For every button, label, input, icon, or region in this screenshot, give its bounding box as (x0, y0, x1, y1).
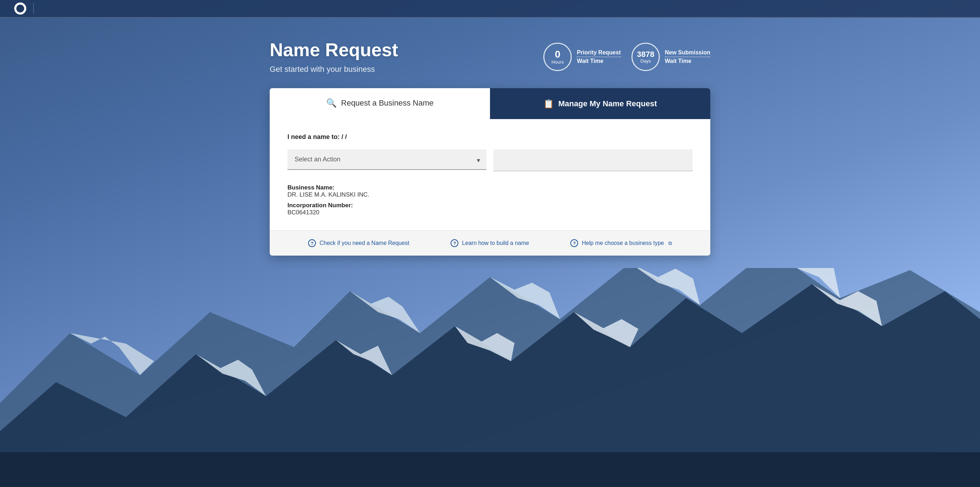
new-submission-label-title: New Submission (665, 49, 710, 57)
business-name-value: DR. LISE M.A. KALINSKI INC. (288, 191, 692, 198)
need-name-label: I need a name to: / / (288, 133, 692, 141)
page-subtitle: Get started with your business (270, 65, 398, 74)
tabs-row: 🔍 Request a Business Name 📋 Manage My Na… (270, 88, 710, 119)
new-submission-wait-number: 3878 (637, 51, 654, 58)
new-submission-wait-badge: 3878 Days New Submission Wait Time (632, 43, 710, 71)
incorporation-number-value: BC0641320 (288, 209, 692, 216)
external-link-icon: ⧉ (668, 240, 672, 246)
wait-time-badges: 0 Hours Priority Request Wait Time 3878 … (543, 39, 710, 71)
main-card: 🔍 Request a Business Name 📋 Manage My Na… (270, 88, 710, 256)
mountain-background (0, 268, 980, 487)
priority-wait-badge: 0 Hours Priority Request Wait Time (543, 43, 621, 71)
choose-business-type-label: Help me choose a business type (582, 240, 664, 246)
selectors-row: Select an Action ▾ (288, 149, 692, 171)
hero-section: Name Request Get started with your busin… (270, 39, 710, 74)
tab-manage-label: Manage My Name Request (558, 99, 657, 108)
check-name-request-link[interactable]: ? Check if you need a Name Request (308, 239, 409, 247)
priority-wait-label: Priority Request Wait Time (577, 49, 621, 64)
help-icon-choose: ? (570, 239, 578, 247)
business-info-section: Business Name: DR. LISE M.A. KALINSKI IN… (288, 184, 692, 216)
page-wrapper: Name Request Get started with your busin… (241, 18, 739, 270)
priority-wait-unit: Hours (552, 59, 564, 65)
new-submission-label-sub: Wait Time (665, 58, 710, 64)
incorporation-number-label: Incorporation Number: (288, 202, 692, 209)
header-bar (0, 0, 980, 18)
priority-label-sub: Wait Time (577, 58, 621, 64)
hero-text: Name Request Get started with your busin… (270, 39, 398, 74)
help-icon-check: ? (308, 239, 316, 247)
action-select-wrapper: Select an Action ▾ (288, 149, 487, 171)
tab-manage-name-request[interactable]: 📋 Manage My Name Request (490, 88, 710, 119)
card-body: I need a name to: / / Select an Action ▾… (270, 119, 710, 230)
page-title: Name Request (270, 39, 398, 60)
manage-icon: 📋 (543, 99, 554, 109)
help-icon-learn: ? (450, 239, 458, 247)
learn-build-name-label: Learn how to build a name (462, 240, 529, 246)
header-divider (33, 3, 34, 14)
priority-wait-circle: 0 Hours (543, 43, 572, 71)
svg-rect-12 (0, 452, 980, 487)
second-select-field[interactable] (493, 149, 692, 171)
action-select[interactable]: Select an Action (288, 149, 487, 170)
priority-label-title: Priority Request (577, 49, 621, 57)
header-logo (14, 3, 37, 14)
learn-build-name-link[interactable]: ? Learn how to build a name (450, 239, 529, 247)
new-submission-wait-unit: Days (640, 58, 651, 64)
choose-business-type-link[interactable]: ? Help me choose a business type ⧉ (570, 239, 671, 247)
logo-inner (16, 5, 24, 13)
second-select-wrapper (493, 149, 692, 171)
search-icon: 🔍 (326, 98, 337, 108)
check-name-request-label: Check if you need a Name Request (320, 240, 409, 246)
new-submission-wait-circle: 3878 Days (632, 43, 660, 71)
tab-request-business-name[interactable]: 🔍 Request a Business Name (270, 88, 490, 119)
business-name-label: Business Name: (288, 184, 692, 191)
new-submission-wait-label: New Submission Wait Time (665, 49, 710, 64)
card-footer: ? Check if you need a Name Request ? Lea… (270, 230, 710, 256)
priority-wait-number: 0 (555, 49, 561, 59)
tab-request-label: Request a Business Name (341, 99, 433, 108)
logo-circle (14, 3, 26, 14)
